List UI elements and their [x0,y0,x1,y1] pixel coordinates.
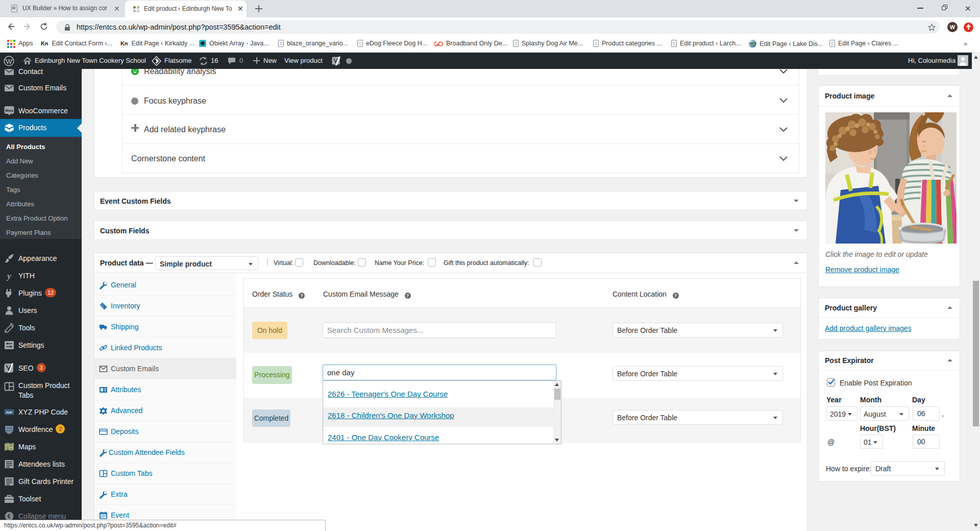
svg-text:y: y [6,271,11,281]
svg-text:Woo: Woo [5,108,14,113]
svg-text:PHP: PHP [6,411,12,414]
